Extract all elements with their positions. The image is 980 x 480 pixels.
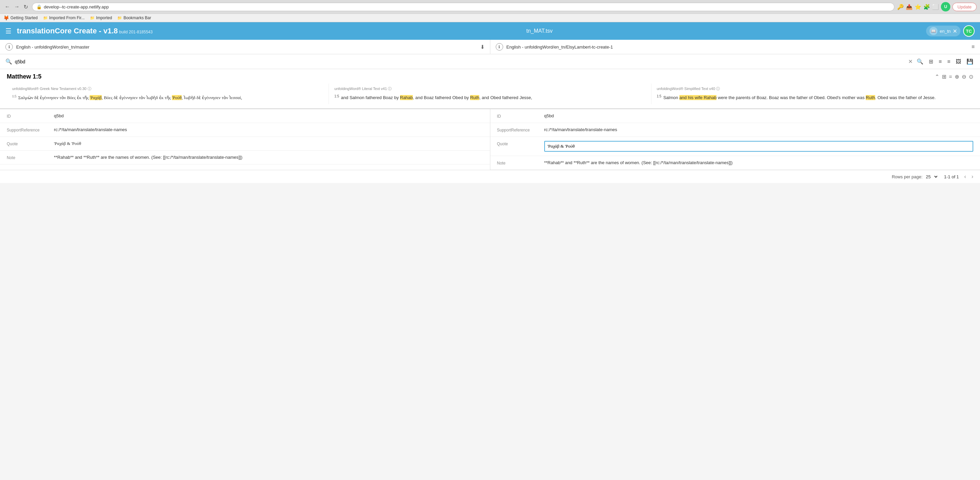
- verse-title: Matthew 1:5: [7, 73, 935, 80]
- bookmark-label: Imported From Fir...: [49, 16, 84, 20]
- bookmark-label: Getting Started: [10, 16, 38, 20]
- source-panel-right: ℹ English - unfoldingWord/en_tn/ElsyLamb…: [490, 40, 980, 54]
- id-label-left: ID: [7, 113, 54, 119]
- quote-value-left: 'Ραχάβ & 'Ρούθ: [54, 141, 483, 146]
- rows-per-page-label: Rows per page:: [892, 174, 923, 179]
- source-label-left: English - unfoldingWord/en_tn/master: [16, 45, 477, 49]
- literal-text-mid: , and Boaz fathered Obed by: [413, 95, 470, 100]
- address-bar[interactable]: 🔒 develop--tc-create-app.netlify.app: [32, 3, 894, 11]
- prev-page-button[interactable]: ‹: [964, 174, 966, 180]
- download-button-left[interactable]: ⬇: [480, 44, 485, 50]
- columns-toggle-button[interactable]: ⊞: [928, 57, 934, 66]
- data-row-support-left: SupportReference rc:/*/ta/man/translate/…: [0, 123, 490, 137]
- bible-col-greek: unfoldingWord® Greek New Testament v0.30…: [7, 84, 329, 104]
- update-button[interactable]: Update: [952, 3, 977, 11]
- support-value-left: rc:/*/ta/man/translate/translate-names: [54, 127, 483, 132]
- verse-section: Matthew 1:5 ⌃ ⊞ = ⊕ ⊖ ⊙ unfoldingWord® G…: [0, 69, 980, 108]
- id-label-right: ID: [497, 113, 544, 119]
- bookmark-label: Bookmarks Bar: [123, 16, 151, 20]
- browser-chrome: ← → ↻ 🔒 develop--tc-create-app.netlify.a…: [0, 0, 980, 14]
- image-button[interactable]: 🖼: [955, 57, 963, 66]
- filter-button[interactable]: ≡: [937, 57, 943, 66]
- bookmark-label: Imported: [96, 16, 112, 20]
- greek-text: 1:5 Σαλμὼν δὲ ἐγέννησεν τὸν Βόες ἐκ τῆς …: [12, 93, 323, 102]
- close-lang-button[interactable]: ✕: [953, 28, 957, 34]
- search-toolbar: 🔍 ⊞ ≡ ≡ 🖼 💾: [915, 57, 975, 66]
- id-value-left: q5bd: [54, 113, 483, 118]
- key-icon[interactable]: 🔑: [897, 4, 904, 10]
- header-right: 📖 en_tn ✕ TC: [926, 25, 975, 37]
- folder-icon: 📁: [90, 16, 95, 20]
- data-row-note-left: Note **Rahab** and **Ruth** are the name…: [0, 151, 490, 164]
- verse-zoom-in-button[interactable]: ⊕: [955, 73, 959, 80]
- search-icon: 🔍: [5, 58, 12, 65]
- folder-icon: 📁: [117, 16, 122, 20]
- verse-zoom-out-button[interactable]: ⊖: [962, 73, 966, 80]
- bookmark-imported-from-fir[interactable]: 📁 Imported From Fir...: [43, 16, 84, 20]
- data-row-support-right: SupportReference rc:/*/ta/man/translate/…: [490, 123, 980, 137]
- note-label-right: Note: [497, 160, 544, 166]
- lang-avatar: 📖: [929, 27, 937, 35]
- app-header: ☰ translationCore Create - v1.8build 201…: [0, 22, 980, 40]
- source-panels: ℹ English - unfoldingWord/en_tn/master ⬇…: [0, 40, 980, 54]
- search-input[interactable]: [15, 59, 905, 64]
- collapse-button[interactable]: ⌃: [935, 73, 939, 80]
- star-icon[interactable]: ⭐: [915, 4, 921, 10]
- verse-num-greek: 1:5: [12, 94, 16, 98]
- user-avatar: U: [941, 2, 950, 11]
- verse-controls: ⌃ ⊞ = ⊕ ⊖ ⊙: [935, 73, 973, 80]
- url-text: develop--tc-create-app.netlify.app: [44, 5, 890, 10]
- simplified-text-after: . Obed was the father of Jesse.: [875, 95, 936, 100]
- verse-columns-button[interactable]: ⊞: [942, 73, 946, 80]
- bookmark-bookmarks-bar[interactable]: 📁 Bookmarks Bar: [117, 16, 151, 20]
- lang-label: en_tn: [940, 29, 951, 34]
- share-icon[interactable]: 📤: [906, 4, 913, 10]
- menu-button-right[interactable]: ≡: [972, 44, 975, 50]
- filename-label: tn_MAT.tsv: [527, 28, 553, 34]
- info-icon-left[interactable]: ℹ: [5, 43, 13, 51]
- language-badge: 📖 en_tn ✕: [926, 26, 961, 37]
- verse-chevron-button[interactable]: ⊙: [969, 73, 973, 80]
- literal-text-after: , and Obed fathered Jesse,: [479, 95, 532, 100]
- bookmarks-bar: 🦊 Getting Started 📁 Imported From Fir...…: [0, 14, 980, 22]
- simplified-text-before: Salmon: [663, 95, 679, 100]
- bookmark-imported[interactable]: 📁 Imported: [90, 16, 112, 20]
- folder-icon: 📁: [43, 16, 48, 20]
- pagination-info: 1-1 of 1: [944, 174, 959, 179]
- info-icon-right[interactable]: ℹ: [496, 43, 503, 51]
- search-bar: 🔍 ✕ 🔍 ⊞ ≡ ≡ 🖼 💾: [0, 54, 980, 69]
- sort-button[interactable]: ≡: [946, 57, 952, 66]
- bookmark-getting-started[interactable]: 🦊 Getting Started: [3, 15, 38, 21]
- clear-search-button[interactable]: ✕: [908, 58, 913, 65]
- greek-text-after: , Ἰωβὴδ δὲ ἐγέννησεν τὸν Ἰεσσαί,: [181, 95, 242, 100]
- search-toolbar-search[interactable]: 🔍: [915, 57, 925, 66]
- extension-icon[interactable]: 🧩: [923, 4, 930, 10]
- literal-highlight-1: Rahab: [400, 95, 413, 100]
- rows-per-page-select[interactable]: 25 50 100: [924, 174, 939, 180]
- quote-input-right[interactable]: [544, 141, 974, 151]
- table-footer: Rows per page: 25 50 100 1-1 of 1 ‹ ›: [0, 170, 980, 183]
- data-col-right: ID q5bd SupportReference rc:/*/ta/man/tr…: [490, 109, 980, 170]
- verse-equals-button[interactable]: =: [949, 74, 952, 80]
- next-page-button[interactable]: ›: [972, 174, 973, 180]
- greek-text-mid: , Βόες δὲ ἐγέννησεν τὸν Ἰωβὴδ ἐκ τῆς: [102, 95, 172, 100]
- main-content: Matthew 1:5 ⌃ ⊞ = ⊕ ⊖ ⊙ unfoldingWord® G…: [0, 69, 980, 183]
- literal-text: 1:5 and Salmon fathered Boaz by Rahab, a…: [334, 93, 645, 102]
- data-col-left: ID q5bd SupportReference rc:/*/ta/man/tr…: [0, 109, 490, 170]
- data-row-id-left: ID q5bd: [0, 109, 490, 123]
- data-row-note-right: Note **Rahab** and **Ruth** are the name…: [490, 156, 980, 170]
- forward-button[interactable]: →: [13, 3, 21, 10]
- refresh-button[interactable]: ↻: [22, 3, 29, 11]
- hamburger-button[interactable]: ☰: [5, 27, 11, 35]
- data-row-quote-right: Quote: [490, 137, 980, 156]
- verse-num-literal: 1:5: [334, 94, 339, 98]
- save-button[interactable]: 💾: [965, 57, 975, 66]
- simplified-text: 1:5 Salmon and his wife Rahab were the p…: [657, 93, 968, 102]
- support-value-right: rc:/*/ta/man/translate/translate-names: [544, 127, 974, 132]
- window-icon[interactable]: ⬜: [932, 4, 939, 10]
- greek-highlight-2: 'Ρούθ: [172, 95, 181, 100]
- greek-highlight-1: 'Ραχάβ: [90, 95, 102, 100]
- support-label-right: SupportReference: [497, 127, 544, 132]
- back-button[interactable]: ←: [3, 3, 11, 10]
- simplified-highlight-2: Ruth: [866, 95, 875, 100]
